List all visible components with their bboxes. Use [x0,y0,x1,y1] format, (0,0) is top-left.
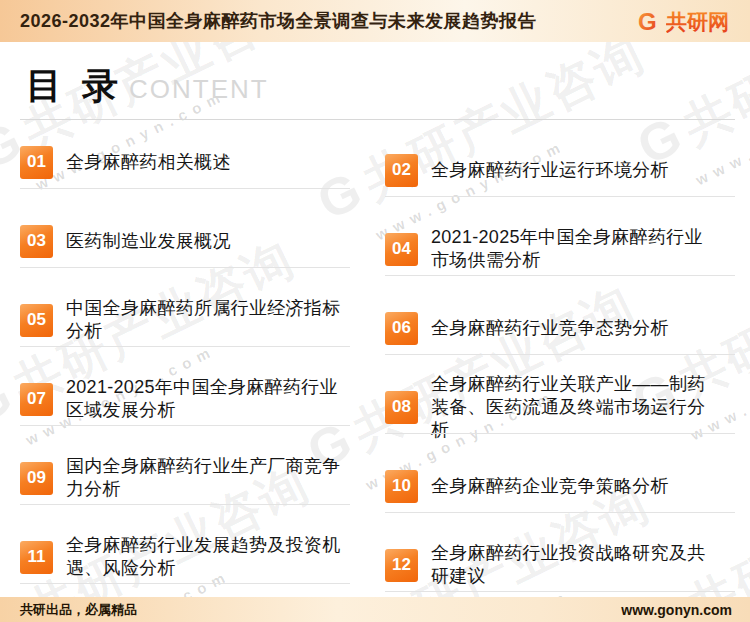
item-divider [385,354,735,355]
toc-number-badge: 09 [20,462,53,495]
item-divider [385,196,735,197]
toc-grid: 01 全身麻醉药相关概述 02 全身麻醉药行业运行环境分析 03 医药制造业发展… [20,133,735,607]
toc-item-label: 中国全身麻醉药所属行业经济指标 分析 [66,297,341,343]
footer-slogan: 共研出品，必属精品 [20,601,137,619]
toc-item-label: 全身麻醉药相关概述 [66,151,231,174]
toc-number-badge: 11 [20,541,53,574]
svg-text:G: G [638,8,657,34]
footer-bar: 共研出品，必属精品 www.gonyn.com [0,597,750,622]
toc-item-label: 2021-2025年中国全身麻醉药行业 市场供需分析 [431,226,703,272]
toc-item-label: 2021-2025年中国全身麻醉药行业 区域发展分析 [66,376,338,422]
item-divider [20,583,350,584]
toc-item-label: 全身麻醉药行业发展趋势及投资机 遇、风险分析 [66,534,341,580]
toc-number-badge: 02 [385,154,418,187]
item-divider [20,425,350,426]
toc-item-label: 医药制造业发展概况 [66,230,231,253]
item-divider [385,512,735,513]
item-divider [385,433,735,434]
toc-heading-en: CONTENT [129,74,269,105]
toc-heading-cn: 目 录 [26,62,123,111]
toc-item-11: 11 全身麻醉药行业发展趋势及投资机 遇、风险分析 [20,528,350,607]
toc-item-label: 国内全身麻醉药行业生产厂商竞争 力分析 [66,455,341,501]
heading-divider [20,119,735,120]
toc-item-label: 全身麻醉药行业竞争态势分析 [431,317,669,340]
toc-item-label: 全身麻醉药企业竞争策略分析 [431,475,669,498]
toc-item-02: 02 全身麻醉药行业运行环境分析 [385,141,735,220]
toc-item-07: 07 2021-2025年中国全身麻醉药行业 区域发展分析 [20,370,350,449]
toc-item-label: 全身麻醉药行业运行环境分析 [431,159,669,182]
gonyn-logo[interactable]: G 共研网 [637,8,736,34]
item-divider [20,504,350,505]
toc-number-badge: 04 [385,233,418,266]
logo-wordmark: 共研网 [666,8,736,34]
toc-item-01: 01 全身麻醉药相关概述 [20,133,350,212]
item-divider [20,346,350,347]
toc-number-badge: 07 [20,383,53,416]
report-title: 2026-2032年中国全身麻醉药市场全景调查与未来发展趋势报告 [20,9,536,33]
toc-number-badge: 06 [385,312,418,345]
toc-item-09: 09 国内全身麻醉药行业生产厂商竞争 力分析 [20,449,350,528]
svg-text:共研网: 共研网 [666,10,729,34]
toc-number-badge: 08 [385,391,418,424]
item-divider [20,188,350,189]
toc-number-badge: 01 [20,146,53,179]
item-divider [20,267,350,268]
toc-number-badge: 10 [385,470,418,503]
item-divider [385,591,735,592]
toc-page: 目 录 CONTENT 01 全身麻醉药相关概述 02 全身麻醉药行业运行环境分… [0,42,750,607]
toc-item-label: 全身麻醉药行业投资战略研究及共 研建议 [431,542,706,588]
footer-site-url[interactable]: www.gonyn.com [621,602,732,618]
header-bar: 2026-2032年中国全身麻醉药市场全景调查与未来发展趋势报告 G 共研网 [0,0,750,42]
toc-item-10: 10 全身麻醉药企业竞争策略分析 [385,457,735,536]
toc-item-04: 04 2021-2025年中国全身麻醉药行业 市场供需分析 [385,220,735,299]
toc-number-badge: 05 [20,304,53,337]
toc-item-03: 03 医药制造业发展概况 [20,212,350,291]
toc-heading: 目 录 CONTENT [20,62,735,111]
toc-item-08: 08 全身麻醉药行业关联产业——制药 装备、医药流通及终端市场运行分 析 [385,378,735,457]
item-divider [385,275,735,276]
toc-number-badge: 12 [385,549,418,582]
toc-item-05: 05 中国全身麻醉药所属行业经济指标 分析 [20,291,350,370]
toc-number-badge: 03 [20,225,53,258]
toc-item-label: 全身麻醉药行业关联产业——制药 装备、医药流通及终端市场运行分 析 [431,373,706,442]
toc-item-06: 06 全身麻醉药行业竞争态势分析 [385,299,735,378]
g-logo-icon: G [637,8,663,34]
